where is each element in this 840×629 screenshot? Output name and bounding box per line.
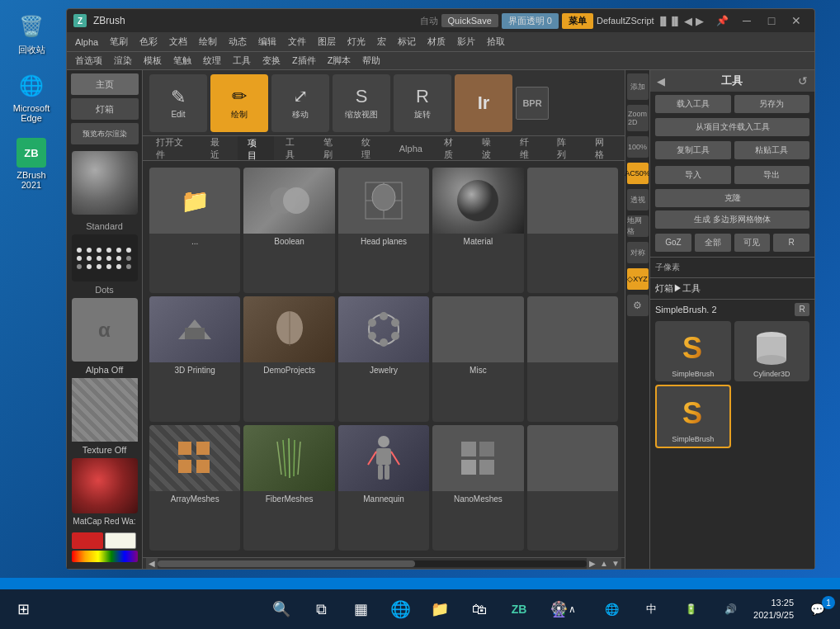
load-from-project-btn[interactable]: 从项目文件载入工具: [655, 118, 809, 136]
grid-btn[interactable]: 地网格: [627, 215, 649, 237]
menu-dynamic[interactable]: 动态: [224, 34, 252, 50]
zbrush-icon[interactable]: ZB ZBrush 2021: [7, 135, 56, 193]
zoom2d-btn[interactable]: Zoom2D: [627, 105, 649, 131]
clone-btn[interactable]: 克隆: [655, 189, 809, 207]
all-btn[interactable]: 全部: [695, 234, 731, 252]
windmill-taskbar-btn[interactable]: 🎡: [540, 591, 577, 627]
list-item[interactable]: [527, 296, 618, 422]
brush-item-cylinder[interactable]: Cylinder3D: [734, 321, 810, 381]
recycle-bin-icon[interactable]: 🗑️ 回收站: [7, 8, 56, 59]
list-item[interactable]: Material: [432, 168, 523, 293]
forward-btn[interactable]: ▶: [696, 15, 704, 27]
menu-mark[interactable]: 标记: [393, 34, 421, 50]
color-strip[interactable]: [72, 551, 138, 562]
menu-tool[interactable]: 工具: [228, 53, 256, 69]
tab-alpha-tab[interactable]: Alpha: [389, 140, 432, 157]
export-btn[interactable]: 导出: [734, 166, 810, 184]
brush-item-simple2[interactable]: S SimpleBrush: [655, 385, 731, 448]
lang-btn[interactable]: 中: [635, 593, 668, 626]
back-btn[interactable]: ◀: [684, 15, 692, 27]
menu-document[interactable]: 文档: [164, 34, 192, 50]
goz-btn[interactable]: GoZ: [655, 234, 691, 252]
menu-transform[interactable]: 变换: [257, 53, 286, 69]
sound-icon[interactable]: 🔊: [714, 593, 747, 626]
search-btn[interactable]: 🔍: [263, 591, 300, 627]
menu-pickup[interactable]: 拾取: [482, 34, 510, 50]
ac50-btn[interactable]: AC50%: [627, 163, 649, 184]
paste-tool-btn[interactable]: 粘贴工具: [734, 141, 810, 159]
list-item[interactable]: Head planes: [338, 168, 429, 293]
tab-array[interactable]: 阵列: [547, 136, 583, 161]
add-btn[interactable]: 添加: [627, 73, 649, 100]
perspective-btn[interactable]: 透视: [627, 189, 649, 210]
close-btn[interactable]: ✕: [785, 12, 808, 29]
minimize-btn[interactable]: ─: [735, 12, 758, 29]
maximize-btn[interactable]: □: [760, 12, 783, 29]
xyz-btn[interactable]: ◇XYZ: [627, 268, 649, 290]
home-btn[interactable]: 主页: [71, 73, 139, 95]
menu-stroke[interactable]: 笔触: [168, 53, 196, 69]
interface-transparent-btn[interactable]: 界面透明 0: [502, 13, 559, 29]
brush-r-btn[interactable]: R: [795, 303, 809, 316]
edge-taskbar-btn[interactable]: 🌐: [382, 591, 418, 627]
tab-brush[interactable]: 笔刷: [314, 136, 350, 161]
list-item[interactable]: [527, 168, 618, 293]
list-item[interactable]: Misc: [432, 296, 523, 422]
tab-recent[interactable]: 最近: [201, 136, 237, 161]
menu-light[interactable]: 灯光: [342, 34, 370, 50]
list-item[interactable]: FiberMeshes: [243, 425, 334, 551]
store-taskbar-btn[interactable]: 🛍: [461, 591, 498, 627]
edge-icon[interactable]: 🌐 Microsoft Edge: [7, 68, 56, 126]
menu-template[interactable]: 模板: [139, 53, 167, 69]
list-item[interactable]: [527, 425, 618, 551]
quicksave-btn[interactable]: QuickSave: [441, 14, 498, 27]
menu-zplugin[interactable]: Z插件: [287, 53, 321, 69]
tab-texture-tab[interactable]: 纹理: [352, 136, 388, 161]
scroll-thumb[interactable]: [158, 560, 415, 567]
tab-tool[interactable]: 工具: [276, 136, 312, 161]
rotate-btn[interactable]: R 旋转: [394, 74, 451, 132]
back-icon[interactable]: ◀: [657, 75, 665, 87]
preview-render-btn[interactable]: 预览布尔渲染: [71, 123, 139, 144]
tab-mesh[interactable]: 网格: [585, 136, 621, 161]
menu-preferences[interactable]: 首选项: [70, 53, 107, 69]
list-item[interactable]: Mannequin: [338, 425, 429, 551]
menu-paint[interactable]: 绘制: [194, 34, 222, 50]
secondary-color-swatch[interactable]: [105, 532, 136, 549]
menu-film[interactable]: 影片: [452, 34, 480, 50]
widgets-btn[interactable]: ▦: [342, 591, 379, 627]
active-tool-btn[interactable]: Ir: [455, 74, 512, 132]
menu-zscript[interactable]: Z脚本: [323, 53, 356, 69]
menu-help[interactable]: 帮助: [357, 53, 385, 69]
load-tool-btn[interactable]: 载入工具: [655, 95, 731, 113]
menu-layer[interactable]: 图层: [313, 34, 341, 50]
settings-btn[interactable]: ⚙: [627, 295, 649, 316]
generate-btn[interactable]: 生成 多边形网格物体: [655, 210, 809, 229]
tab-fiber[interactable]: 纤维: [510, 136, 546, 161]
menu-texture[interactable]: 纹理: [198, 53, 226, 69]
move-btn[interactable]: ⤢ 移动: [271, 74, 329, 132]
zbrush-taskbar-btn[interactable]: ZB: [501, 591, 537, 627]
tab-project[interactable]: 项目: [238, 136, 274, 161]
menu-macro[interactable]: 宏: [372, 34, 391, 50]
list-item[interactable]: NanoMeshes: [432, 425, 523, 551]
list-item[interactable]: 3D Printing: [149, 296, 240, 422]
save-as-btn[interactable]: 另存为: [734, 95, 810, 113]
bottom-scrollbar[interactable]: ◀ ▶ ▲ ▼: [143, 557, 625, 569]
zoom100-btn[interactable]: 100%: [627, 136, 649, 158]
tab-open-file[interactable]: 打开文件: [146, 136, 199, 161]
menu-button[interactable]: 菜单: [562, 13, 593, 29]
list-item[interactable]: 📁 ...: [149, 168, 240, 293]
lightbox-btn[interactable]: 灯箱: [71, 98, 139, 120]
scroll-track[interactable]: [158, 560, 587, 567]
list-item[interactable]: DemoProjects: [243, 296, 334, 422]
menu-file[interactable]: 文件: [283, 34, 311, 50]
scroll-right-btn[interactable]: ▶: [587, 558, 598, 570]
tab-material-tab[interactable]: 材质: [434, 136, 470, 161]
explorer-taskbar-btn[interactable]: 📁: [422, 591, 458, 627]
menu-brush[interactable]: 笔刷: [105, 34, 133, 50]
pin-btn[interactable]: 📌: [710, 12, 734, 29]
list-item[interactable]: Boolean: [243, 168, 334, 293]
scale-btn[interactable]: S 缩放视图: [333, 74, 390, 132]
import-btn[interactable]: 导入: [655, 166, 731, 184]
